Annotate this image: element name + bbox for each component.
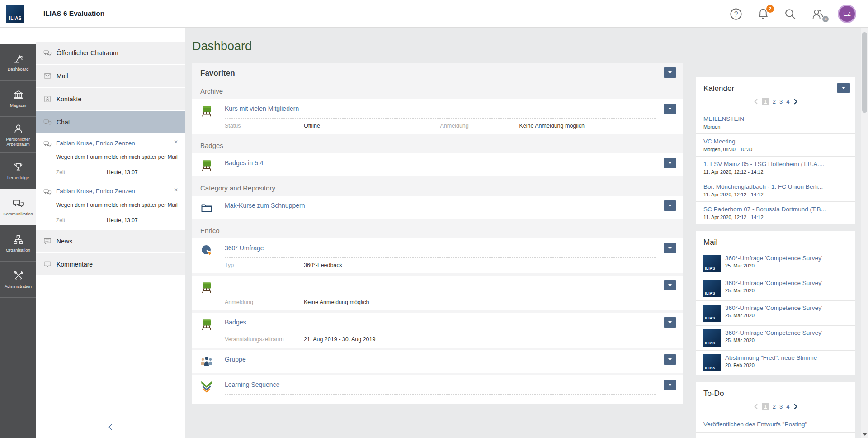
slate-item--ffentlicher-chatraum[interactable]: Öffentlicher Chatraum	[36, 42, 185, 64]
item-title-link[interactable]: Gruppe	[225, 355, 656, 364]
slate-item-kontakte[interactable]: Kontakte	[36, 88, 185, 110]
item-dropdown-button[interactable]	[664, 158, 676, 168]
event-title-link[interactable]: 1. FSV Mainz 05 - TSG Hoffenheim (T.B.A.…	[703, 161, 849, 167]
sidebar-item-magazin[interactable]: Magazin	[0, 81, 36, 117]
chat-icon	[13, 198, 24, 209]
item-dropdown-button[interactable]	[664, 104, 676, 114]
mail-item-date: 25. Mär 2020	[725, 263, 822, 268]
slate-item-kommentare[interactable]: Kommentare	[36, 253, 185, 275]
calendar-title: Kalender	[703, 84, 734, 93]
slate-item-label: News	[57, 238, 72, 245]
sidebar-item-dashboard[interactable]: Dashboard	[0, 44, 36, 81]
favorites-panel: Favoriten ArchiveKurs mit vielen Mitglie…	[192, 63, 683, 404]
close-icon[interactable]: ✕	[174, 187, 178, 193]
mail-item-date: 20. Feb 2020	[725, 362, 817, 368]
item-dropdown-button[interactable]	[664, 200, 676, 211]
main-content: Dashboard Favoriten ArchiveKurs mit viel…	[185, 28, 861, 438]
todo-title: To-Do	[703, 389, 724, 398]
sidebar-item-lernerfolge[interactable]: Lernerfolge	[0, 153, 36, 189]
contacts-awareness-button[interactable]: 3	[811, 7, 824, 21]
page-number[interactable]: 1	[762, 98, 769, 105]
favorite-item: AnmeldungKeine Anmeldung möglich	[192, 276, 683, 310]
app-logo[interactable]: ILIAS	[6, 5, 24, 23]
mail-item-title-link[interactable]: 360°-Umfrage 'Competence Survey'	[725, 305, 822, 311]
item-title-link[interactable]: Mak-Kurse zum Schnuppern	[225, 201, 656, 210]
page-number[interactable]: 1	[762, 403, 769, 410]
ilias-logo-text: ILIAS	[703, 266, 715, 272]
mail-item-title-link[interactable]: 360°-Umfrage 'Competence Survey'	[725, 280, 822, 286]
prop-label: Anmeldung	[225, 299, 304, 305]
event-time: 11. Apr 2020, 12:12 - 14:12	[703, 214, 849, 220]
page-prev-button[interactable]	[753, 99, 759, 105]
page-scrollbar[interactable]	[861, 28, 868, 438]
mail-item-title-link[interactable]: 360°-Umfrage 'Competence Survey'	[725, 255, 822, 262]
sidebar-item-arbeitsraum[interactable]: Persönlicher Arbeitsraum	[0, 117, 36, 153]
todo-item-link[interactable]: Veröffentlichen des Entwurfs "Posting"	[703, 421, 849, 428]
mail-item-date: 25. Mär 2020	[725, 313, 822, 318]
page-number[interactable]: 4	[786, 98, 790, 105]
mail-items: ILIAS360°-Umfrage 'Competence Survey'25.…	[696, 251, 855, 375]
item-dropdown-button[interactable]	[664, 280, 676, 290]
scrollbar-thumb[interactable]	[862, 32, 867, 113]
sidebar-item-label: Kommunikation	[2, 211, 34, 216]
page-number[interactable]: 4	[786, 403, 790, 410]
sidebar-item-label: Magazin	[9, 103, 28, 108]
item-dropdown-button[interactable]	[664, 317, 676, 328]
favorites-dropdown-button[interactable]	[664, 67, 676, 78]
page-number[interactable]: 3	[779, 98, 783, 105]
chat-entry-time-label: Zeit	[56, 217, 107, 224]
chat-icon	[43, 118, 52, 126]
mail-title: Mail	[703, 238, 717, 247]
help-button[interactable]: ?	[729, 7, 743, 21]
caret-down-icon	[668, 284, 672, 286]
item-title-link[interactable]	[225, 281, 656, 290]
chat-entry-title-link[interactable]: Fabian Kruse, Enrico Zenzen	[56, 140, 135, 147]
sidebar-item-administration[interactable]: Administration	[0, 262, 36, 298]
event-title-link[interactable]: VC Meeting	[703, 138, 849, 145]
favorite-item: Mak-Kurse zum Schnuppern	[192, 196, 683, 219]
slate-item-chat[interactable]: Chat	[36, 111, 185, 133]
item-dropdown-button[interactable]	[664, 243, 676, 253]
slate-item-news[interactable]: News	[36, 230, 185, 252]
item-title-link[interactable]: 360° Umfrage	[225, 243, 656, 252]
idcard-icon	[43, 95, 52, 103]
search-button[interactable]	[783, 7, 797, 21]
app-title: ILIAS 6 Evaluation	[43, 10, 104, 18]
course-icon	[200, 281, 225, 305]
page-prev-button[interactable]	[753, 404, 759, 409]
ilias-logo-text: ILIAS	[703, 366, 715, 371]
close-icon[interactable]: ✕	[174, 139, 178, 145]
mail-item-title-link[interactable]: Abstimmung "Fred": neue Stimme	[725, 354, 817, 361]
chat-entry-title-link[interactable]: Fabian Kruse, Enrico Zenzen	[56, 188, 135, 195]
event-title-link[interactable]: Bor. Mönchengladbach - 1. FC Union Berli…	[703, 183, 849, 190]
chat-icon	[43, 140, 52, 150]
event-title-link[interactable]: SC Paderborn 07 - Borussia Dortmund (T.B…	[703, 206, 849, 213]
calendar-dropdown-button[interactable]	[837, 83, 850, 93]
avatar-initials: EZ	[843, 10, 851, 17]
course-icon	[200, 104, 225, 129]
notifications-button[interactable]: 2	[756, 7, 770, 21]
page-number[interactable]: 3	[779, 403, 783, 410]
item-title-link[interactable]: Badges	[225, 318, 656, 327]
page-next-button[interactable]	[793, 404, 798, 409]
item-title-link[interactable]: Kurs mit vielen Mitgliedern	[225, 104, 656, 113]
item-title-link[interactable]: Learning Sequence	[225, 380, 656, 389]
page-number[interactable]: 2	[772, 98, 776, 105]
avatar[interactable]: EZ	[838, 5, 856, 23]
repository-icon	[13, 89, 24, 100]
slate-collapse-button[interactable]	[36, 418, 185, 438]
item-title-link[interactable]: Badges in 5.4	[225, 158, 656, 167]
event-title-link[interactable]: MEILENSTEIN	[703, 115, 849, 122]
item-dropdown-button[interactable]	[664, 354, 676, 365]
scrollbar-down-arrow-icon[interactable]	[863, 433, 867, 436]
sidebar-item-organisation[interactable]: Organisation	[0, 225, 36, 262]
item-dropdown-button[interactable]	[664, 380, 676, 390]
chat-entry: Fabian Kruse, Enrico Zenzen✕Wegen dem Fo…	[36, 182, 185, 229]
mail-item: ILIAS360°-Umfrage 'Competence Survey'25.…	[696, 300, 855, 325]
page-next-button[interactable]	[793, 99, 798, 105]
slate-item-mail[interactable]: Mail	[36, 65, 185, 87]
prop-value: Offline	[304, 123, 320, 129]
page-number[interactable]: 2	[772, 403, 776, 410]
mail-item-title-link[interactable]: 360°-Umfrage 'Competence Survey'	[725, 329, 822, 336]
sidebar-item-kommunikation[interactable]: Kommunikation	[0, 189, 36, 225]
